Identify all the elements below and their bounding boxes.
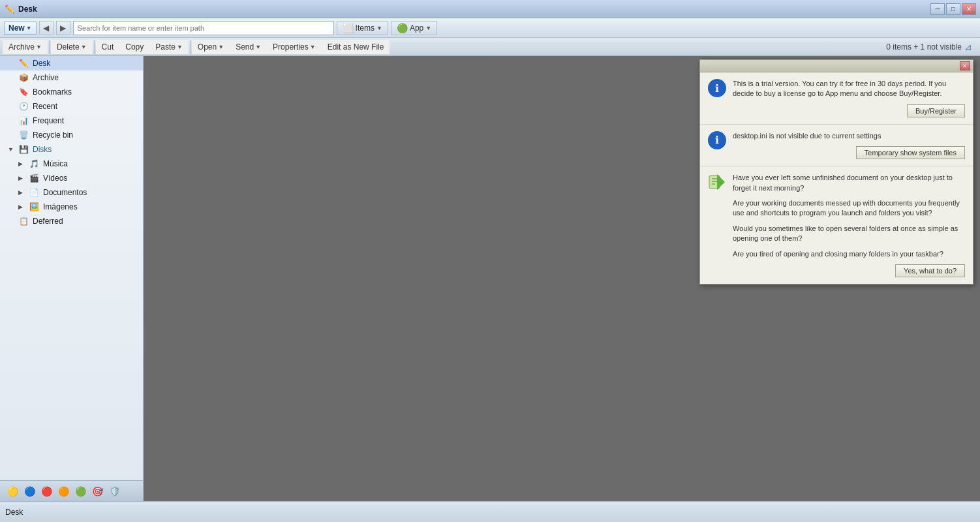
sidebar-label: Deferred bbox=[33, 217, 63, 226]
trial-notice: ℹ This is a trial version. You can try i… bbox=[700, 72, 973, 125]
promo-body: Have you ever left some unfinished docum… bbox=[733, 173, 965, 277]
info-icon: ℹ bbox=[708, 79, 726, 97]
delete-button[interactable]: Delete ▼ bbox=[51, 40, 93, 54]
separator bbox=[49, 40, 50, 54]
window-controls: ─ □ ✕ bbox=[930, 3, 976, 15]
buy-register-button[interactable]: Buy/Register bbox=[907, 104, 965, 117]
bottom-icon-1[interactable]: 🟡 bbox=[5, 484, 20, 499]
sidebar-spacer bbox=[0, 228, 143, 480]
sidebar-item-documentos[interactable]: ▶ 📄 Documentos bbox=[0, 185, 143, 200]
sidebar-item-disks[interactable]: ▼ 💾 Disks bbox=[0, 142, 143, 157]
sidebar-bottom-bar: 🟡 🔵 🔴 🟠 🟢 🎯 🛡️ bbox=[0, 480, 143, 501]
bottom-icon-4[interactable]: 🟠 bbox=[56, 484, 70, 499]
send-button[interactable]: Send ▼ bbox=[230, 40, 267, 54]
trial-body: This is a trial version. You can try it … bbox=[733, 79, 965, 117]
sidebar-item-videos[interactable]: ▶ 🎬 Vídeos bbox=[0, 171, 143, 185]
sidebar-item-frequent[interactable]: 📊 Frequent bbox=[0, 114, 143, 128]
app-menu-icon: 🟢 bbox=[397, 23, 408, 33]
sidebar-label: Archive bbox=[33, 73, 59, 82]
musica-icon: 🎵 bbox=[29, 159, 39, 169]
maximize-button[interactable]: □ bbox=[946, 3, 960, 15]
back-button[interactable]: ◀ bbox=[39, 21, 54, 35]
open-button[interactable]: Open ▼ bbox=[192, 40, 230, 54]
deferred-icon: 📋 bbox=[18, 216, 29, 226]
desk-icon: ✏️ bbox=[18, 58, 29, 69]
title-bar: ✏️ Desk ─ □ ✕ bbox=[0, 0, 980, 18]
expand-icon: ▶ bbox=[18, 189, 25, 196]
sidebar-label: Vídeos bbox=[43, 174, 67, 183]
imagenes-icon: 🖼️ bbox=[29, 202, 39, 212]
sidebar-item-desk[interactable]: ✏️ Desk bbox=[0, 56, 143, 70]
bottom-icon-2[interactable]: 🔵 bbox=[22, 484, 37, 499]
sidebar-item-archive[interactable]: 📦 Archive bbox=[0, 70, 143, 85]
toolbar-secondary: Archive ▼ Delete ▼ Cut Copy Paste ▼ Open… bbox=[0, 38, 980, 56]
disks-icon: 💾 bbox=[18, 144, 29, 155]
sidebar-label: Recent bbox=[33, 102, 57, 111]
archive-icon: 📦 bbox=[18, 72, 29, 83]
bottom-icon-3[interactable]: 🔴 bbox=[39, 484, 54, 499]
filter-icon[interactable]: ⊿ bbox=[964, 42, 972, 52]
promo-text-3: Would you sometimes like to open several… bbox=[733, 224, 965, 244]
sidebar-label: Disks bbox=[33, 145, 52, 154]
items-dropdown-arrow: ▼ bbox=[376, 25, 382, 31]
sidebar-label: Documentos bbox=[43, 188, 87, 197]
app-button[interactable]: 🟢 App ▼ bbox=[391, 21, 437, 35]
toolbar-main: New ▼ ◀ ▶ ⬜ Items ▼ 🟢 App ▼ bbox=[0, 18, 980, 38]
bottom-icon-5[interactable]: 🟢 bbox=[73, 484, 87, 499]
show-system-files-button[interactable]: Temporary show system files bbox=[856, 146, 965, 159]
paste-button[interactable]: Paste ▼ bbox=[149, 40, 189, 54]
cut-button[interactable]: Cut bbox=[96, 40, 120, 54]
new-dropdown-arrow: ▼ bbox=[26, 25, 32, 31]
system-files-text: desktop.ini is not visible due to curren… bbox=[733, 131, 965, 141]
separator bbox=[94, 40, 95, 54]
window-title: Desk bbox=[18, 5, 37, 14]
items-button[interactable]: ⬜ Items ▼ bbox=[337, 21, 388, 35]
app-dropdown-arrow: ▼ bbox=[425, 25, 431, 31]
sidebar-label: Imágenes bbox=[43, 202, 78, 211]
expand-icon: ▶ bbox=[18, 204, 25, 210]
sidebar-label: Frequent bbox=[33, 116, 64, 125]
sidebar: ✏️ Desk 📦 Archive 🔖 Bookmarks 🕐 Recent 📊… bbox=[0, 56, 144, 501]
expand-icon: ▼ bbox=[8, 146, 14, 153]
info-icon-2: ℹ bbox=[708, 131, 726, 149]
close-button[interactable]: ✕ bbox=[962, 3, 976, 15]
separator bbox=[190, 40, 191, 54]
recycle-icon: 🗑️ bbox=[18, 130, 29, 140]
promo-text-2: Are your working documents messed up wit… bbox=[733, 198, 965, 219]
system-files-body: desktop.ini is not visible due to curren… bbox=[733, 131, 965, 159]
main-area: ✏️ Desk 📦 Archive 🔖 Bookmarks 🕐 Recent 📊… bbox=[0, 56, 980, 501]
bottom-icon-6[interactable]: 🎯 bbox=[90, 484, 104, 499]
sidebar-item-bookmarks[interactable]: 🔖 Bookmarks bbox=[0, 85, 143, 99]
documentos-icon: 📄 bbox=[29, 187, 39, 198]
forward-button[interactable]: ▶ bbox=[56, 21, 70, 35]
svg-marker-1 bbox=[717, 174, 725, 190]
sidebar-item-deferred[interactable]: 📋 Deferred bbox=[0, 214, 143, 228]
promo-text-1: Have you ever left some unfinished docum… bbox=[733, 173, 965, 193]
promo-notice: Have you ever left some unfinished docum… bbox=[700, 166, 973, 284]
status-path-bar: Desk bbox=[0, 501, 980, 522]
bottom-icon-7[interactable]: 🛡️ bbox=[107, 484, 121, 499]
app-icon: ✏️ bbox=[4, 4, 14, 14]
expand-icon: ▶ bbox=[18, 161, 25, 167]
frequent-icon: 📊 bbox=[18, 115, 29, 126]
minimize-button[interactable]: ─ bbox=[930, 3, 945, 15]
new-button[interactable]: New ▼ bbox=[4, 22, 37, 35]
promo-text-4: Are you tired of opening and closing man… bbox=[733, 249, 965, 259]
sidebar-item-recent[interactable]: 🕐 Recent bbox=[0, 99, 143, 114]
sidebar-item-recycle[interactable]: 🗑️ Recycle bin bbox=[0, 128, 143, 142]
archive-button[interactable]: Archive ▼ bbox=[3, 40, 48, 54]
sidebar-label: Música bbox=[43, 159, 68, 168]
sidebar-item-imagenes[interactable]: ▶ 🖼️ Imágenes bbox=[0, 200, 143, 214]
yes-what-to-do-button[interactable]: Yes, what to do? bbox=[895, 264, 965, 277]
items-icon: ⬜ bbox=[343, 23, 354, 33]
copy-button[interactable]: Copy bbox=[119, 40, 149, 54]
sidebar-label: Recycle bin bbox=[33, 130, 73, 140]
notification-panel: ✕ ℹ This is a trial version. You can try… bbox=[699, 59, 973, 284]
bookmarks-icon: 🔖 bbox=[18, 87, 29, 97]
search-input[interactable] bbox=[73, 21, 334, 35]
notif-header: ✕ bbox=[700, 60, 973, 72]
sidebar-item-musica[interactable]: ▶ 🎵 Música bbox=[0, 157, 143, 171]
properties-button[interactable]: Properties ▼ bbox=[267, 40, 322, 54]
edit-as-new-file-button[interactable]: Edit as New File bbox=[322, 40, 390, 54]
notif-close-button[interactable]: ✕ bbox=[960, 61, 970, 70]
